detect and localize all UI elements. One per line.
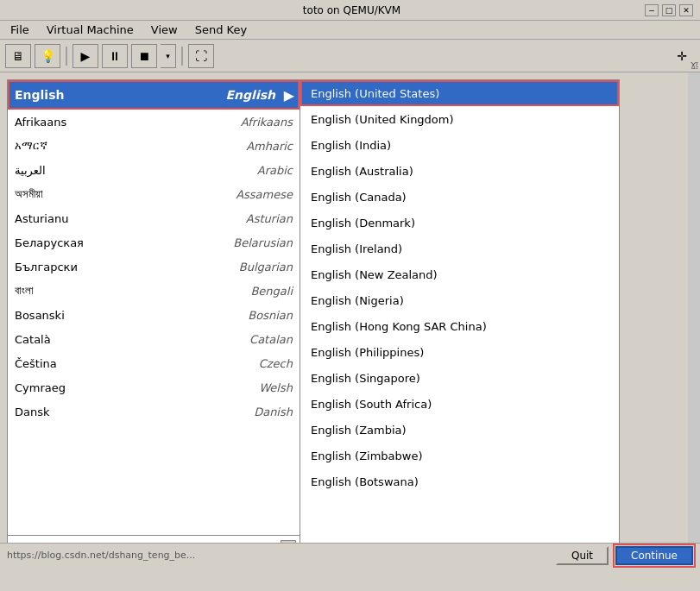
language-list-item[interactable]: CatalàCatalan	[8, 327, 300, 351]
lang-english: Catalan	[249, 333, 293, 346]
sub-language-list-item[interactable]: English (Denmark)	[300, 210, 619, 236]
sub-language-list-item[interactable]: English (Ireland)	[300, 236, 619, 261]
sub-language-list-item[interactable]: English (Hong Kong SAR China)	[300, 313, 619, 339]
dropdown-arrow[interactable]: ▾	[161, 44, 176, 68]
sub-language-label: English (Botswana)	[311, 475, 419, 488]
language-list-item[interactable]: DanskDanish	[8, 399, 300, 424]
content-wrapper: English English ▶ AfrikaansAfrikaansአማርኛ…	[0, 72, 700, 567]
lang-english: Bulgarian	[239, 261, 293, 273]
sub-language-list-item[interactable]: English (Botswana)	[300, 468, 619, 494]
sub-language-list-panel: English (United States)English (United K…	[300, 79, 620, 560]
sub-language-label: English (Zambia)	[311, 424, 407, 437]
language-list-item[interactable]: AfrikaansAfrikaans	[8, 110, 300, 134]
language-list-item[interactable]: CymraegWelsh	[8, 375, 300, 399]
sub-language-list-item[interactable]: English (Singapore)	[300, 365, 619, 391]
close-button[interactable]: ✕	[679, 4, 693, 16]
lang-native: Dansk	[15, 406, 254, 418]
lang-english: Arabic	[257, 164, 293, 177]
language-list-item[interactable]: অসমীয়াAssamese	[8, 182, 300, 206]
right-decoration: 汉	[688, 72, 700, 567]
lang-english: Welsh	[259, 381, 293, 394]
toolbar-sep-2	[181, 47, 183, 66]
lang-english: Bengali	[250, 285, 293, 298]
sub-language-list-item[interactable]: English (United Kingdom)	[300, 106, 619, 132]
window-controls: − □ ✕	[645, 4, 693, 16]
sub-language-label: English (Ireland)	[311, 242, 402, 255]
menu-send-key[interactable]: Send Key	[188, 22, 254, 38]
language-list-item[interactable]: ČeštinaCzech	[8, 351, 300, 375]
language-list-item[interactable]: AsturianuAsturian	[8, 206, 300, 230]
sub-language-list-item[interactable]: English (Australia)	[300, 158, 619, 184]
sub-language-label: English (Nigeria)	[311, 294, 404, 307]
expand-icon: ▶	[284, 87, 294, 104]
language-list-item[interactable]: العربيةArabic	[8, 158, 300, 182]
lang-native: Afrikaans	[15, 116, 241, 129]
sub-language-label: English (Denmark)	[311, 217, 415, 229]
maximize-button[interactable]: □	[662, 4, 676, 16]
lang-native: العربية	[15, 164, 257, 177]
lang-english: Czech	[259, 357, 293, 370]
quit-button[interactable]: Quit	[556, 546, 609, 565]
menu-bar: File Virtual Machine View Send Key	[0, 21, 700, 40]
main-content: English English ▶ AfrikaansAfrikaansአማርኛ…	[0, 72, 700, 567]
lang-english: Asturian	[246, 212, 293, 225]
play-button[interactable]: ▶	[73, 44, 98, 68]
bulb-button[interactable]: 💡	[35, 44, 60, 68]
lang-english: Bosnian	[248, 309, 293, 322]
toolbar-sep-1	[66, 47, 67, 66]
sub-language-label: English (Philippines)	[311, 346, 424, 359]
sub-language-label: English (United Kingdom)	[311, 113, 454, 126]
sub-language-label: English (Hong Kong SAR China)	[311, 320, 487, 333]
sub-language-label: English (New Zealand)	[311, 268, 438, 281]
language-list-panel: English English ▶ AfrikaansAfrikaansአማርኛ…	[7, 79, 300, 560]
pause-button[interactable]: ⏸	[102, 44, 128, 68]
display-button[interactable]: 🖥	[5, 44, 31, 68]
lang-native: বাংলা	[15, 284, 250, 298]
lang-english: Belarusian	[233, 236, 293, 249]
sub-language-label: English (Singapore)	[311, 372, 420, 385]
lang-english: Danish	[254, 406, 293, 418]
menu-virtual-machine[interactable]: Virtual Machine	[40, 22, 141, 38]
lang-english: Assamese	[236, 188, 293, 201]
language-list-item[interactable]: አማርኛAmharic	[8, 134, 300, 158]
sub-language-label: English (India)	[311, 139, 391, 152]
selected-english-label: English	[226, 88, 275, 102]
lang-native: አማርኛ	[15, 139, 246, 153]
minimize-button[interactable]: −	[645, 4, 659, 16]
menu-file[interactable]: File	[3, 22, 36, 38]
lang-native: Bosanski	[15, 309, 248, 322]
sub-language-list-item[interactable]: English (Philippines)	[300, 339, 619, 365]
sub-language-list-item[interactable]: English (United States)	[300, 80, 619, 106]
menu-view[interactable]: View	[144, 22, 185, 38]
lang-english: Amharic	[246, 140, 293, 153]
status-url: https://blog.csdn.net/dshang_teng_be...	[7, 550, 549, 561]
stop-button[interactable]: ⏹	[131, 44, 157, 68]
language-list-item[interactable]: BosanskiBosnian	[8, 303, 300, 327]
language-list[interactable]: AfrikaansAfrikaansአማርኛAmharicالعربيةArab…	[8, 110, 300, 535]
language-list-item[interactable]: БеларускаяBelarusian	[8, 230, 300, 255]
lang-native: Català	[15, 333, 249, 346]
sub-language-list-item[interactable]: English (Canada)	[300, 184, 619, 210]
sub-language-list-item[interactable]: English (Nigeria)	[300, 287, 619, 313]
run-dropdown[interactable]: ▾	[161, 44, 176, 68]
sub-language-label: English (South Africa)	[311, 398, 432, 411]
sub-language-list-item[interactable]: English (New Zealand)	[300, 261, 619, 287]
sub-language-list-item[interactable]: English (Zimbabwe)	[300, 443, 619, 468]
toolbar: 🖥 💡 ▶ ⏸ ⏹ ▾ ⛶ ✛	[0, 40, 700, 72]
language-list-item[interactable]: বাংলাBengali	[8, 279, 300, 303]
lang-native: Asturianu	[15, 212, 246, 225]
continue-button[interactable]: Continue	[615, 546, 693, 565]
window-title: toto on QEMU/KVM	[59, 4, 645, 16]
lang-english: Afrikaans	[241, 116, 293, 129]
sub-language-list-item[interactable]: English (Zambia)	[300, 417, 619, 443]
sub-language-list-item[interactable]: English (South Africa)	[300, 391, 619, 417]
selected-language-row[interactable]: English English ▶	[8, 80, 300, 110]
fullscreen-button[interactable]: ⛶	[188, 44, 214, 68]
status-bar: https://blog.csdn.net/dshang_teng_be... …	[0, 543, 700, 567]
sub-language-list[interactable]: English (United States)English (United K…	[300, 80, 619, 559]
sub-language-list-item[interactable]: English (India)	[300, 132, 619, 158]
language-list-item[interactable]: БългарскиBulgarian	[8, 255, 300, 279]
lang-native: Беларуская	[15, 236, 233, 249]
lang-native: Cymraeg	[15, 381, 259, 394]
selected-native-label: English	[15, 88, 226, 102]
